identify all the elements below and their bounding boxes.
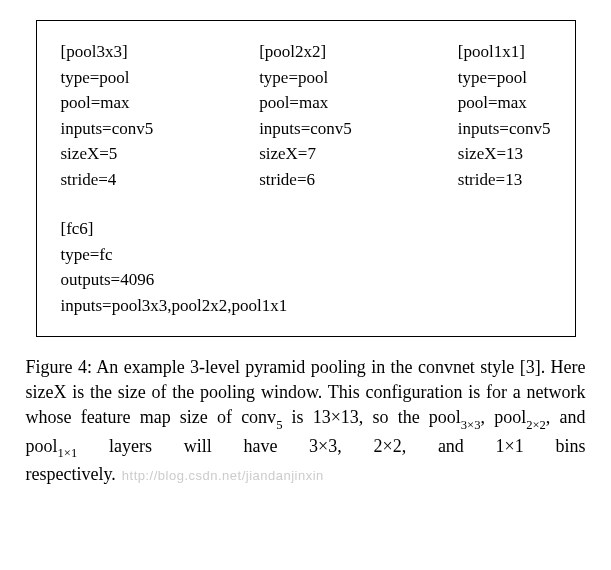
pool3x3-pool: pool=max <box>61 90 154 116</box>
fc6-type: type=fc <box>61 242 551 268</box>
pool3x3-col: [pool3x3] type=pool pool=max inputs=conv… <box>61 39 154 192</box>
caption-text-2: is 13×13, so the pool <box>282 407 460 427</box>
pool1x1-sizex: sizeX=13 <box>458 141 551 167</box>
pool2x2-sizex: sizeX=7 <box>259 141 352 167</box>
fc6-header: [fc6] <box>61 216 551 242</box>
pool3x3-sizex: sizeX=5 <box>61 141 154 167</box>
pool2x2-header: [pool2x2] <box>259 39 352 65</box>
pool2x2-subscript: 2×2 <box>526 418 546 432</box>
pool1x1-subscript: 1×1 <box>58 446 78 460</box>
pool1x1-col: [pool1x1] type=pool pool=max inputs=conv… <box>458 39 551 192</box>
pool3x3-header: [pool3x3] <box>61 39 154 65</box>
caption-text-3: , pool <box>481 407 527 427</box>
pools-row: [pool3x3] type=pool pool=max inputs=conv… <box>61 39 551 192</box>
pool1x1-inputs: inputs=conv5 <box>458 116 551 142</box>
pool2x2-pool: pool=max <box>259 90 352 116</box>
pool2x2-stride: stride=6 <box>259 167 352 193</box>
pool3x3-type: type=pool <box>61 65 154 91</box>
pool3x3-subscript: 3×3 <box>461 418 481 432</box>
figure-caption: Figure 4: An example 3-level pyramid poo… <box>26 355 586 487</box>
pool3x3-stride: stride=4 <box>61 167 154 193</box>
config-box: [pool3x3] type=pool pool=max inputs=conv… <box>36 20 576 337</box>
pool2x2-inputs: inputs=conv5 <box>259 116 352 142</box>
fc6-inputs: inputs=pool3x3,pool2x2,pool1x1 <box>61 293 551 319</box>
fc6-block: [fc6] type=fc outputs=4096 inputs=pool3x… <box>61 216 551 318</box>
pool1x1-type: type=pool <box>458 65 551 91</box>
pool2x2-col: [pool2x2] type=pool pool=max inputs=conv… <box>259 39 352 192</box>
pool1x1-stride: stride=13 <box>458 167 551 193</box>
watermark-text: http://blog.csdn.net/jiandanjinxin <box>122 468 324 483</box>
pool1x1-header: [pool1x1] <box>458 39 551 65</box>
conv5-subscript: 5 <box>276 418 282 432</box>
pool1x1-pool: pool=max <box>458 90 551 116</box>
pool2x2-type: type=pool <box>259 65 352 91</box>
pool3x3-inputs: inputs=conv5 <box>61 116 154 142</box>
fc6-outputs: outputs=4096 <box>61 267 551 293</box>
